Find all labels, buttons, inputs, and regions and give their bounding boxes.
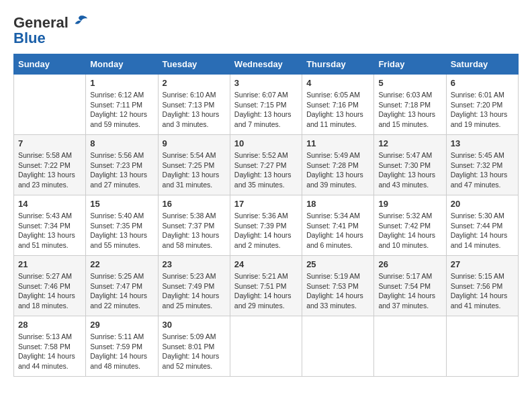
day-number: 26 bbox=[378, 259, 441, 269]
day-number: 19 bbox=[378, 199, 441, 209]
day-number: 17 bbox=[234, 199, 298, 209]
day-cell: 27Sunrise: 5:15 AMSunset: 7:56 PMDayligh… bbox=[446, 256, 518, 316]
day-cell: 9Sunrise: 5:54 AMSunset: 7:25 PMDaylight… bbox=[158, 135, 230, 195]
day-cell: 16Sunrise: 5:38 AMSunset: 7:37 PMDayligh… bbox=[158, 195, 230, 256]
day-number: 6 bbox=[451, 78, 514, 88]
day-info: Sunrise: 6:10 AMSunset: 7:13 PMDaylight:… bbox=[163, 90, 226, 130]
day-number: 25 bbox=[306, 259, 369, 269]
day-cell: 22Sunrise: 5:25 AMSunset: 7:47 PMDayligh… bbox=[86, 256, 158, 316]
day-cell bbox=[446, 316, 518, 377]
day-cell: 7Sunrise: 5:58 AMSunset: 7:22 PMDaylight… bbox=[14, 135, 86, 195]
day-number: 10 bbox=[234, 138, 298, 148]
day-info: Sunrise: 5:34 AMSunset: 7:41 PMDaylight:… bbox=[306, 211, 369, 250]
day-cell: 30Sunrise: 5:09 AMSunset: 8:01 PMDayligh… bbox=[158, 316, 230, 377]
day-cell: 11Sunrise: 5:49 AMSunset: 7:28 PMDayligh… bbox=[302, 135, 374, 195]
day-info: Sunrise: 5:40 AMSunset: 7:35 PMDaylight:… bbox=[90, 211, 153, 250]
day-number: 27 bbox=[451, 259, 514, 269]
logo-blue-text: Blue bbox=[13, 30, 46, 46]
day-info: Sunrise: 5:36 AMSunset: 7:39 PMDaylight:… bbox=[234, 211, 298, 250]
week-row-1: 1Sunrise: 6:12 AMSunset: 7:11 PMDaylight… bbox=[14, 75, 519, 135]
day-number: 9 bbox=[163, 138, 226, 148]
day-cell: 4Sunrise: 6:05 AMSunset: 7:16 PMDaylight… bbox=[302, 75, 374, 135]
day-number: 2 bbox=[163, 78, 226, 88]
day-info: Sunrise: 5:47 AMSunset: 7:30 PMDaylight:… bbox=[378, 150, 441, 190]
logo-general: General bbox=[13, 14, 69, 31]
day-info: Sunrise: 5:23 AMSunset: 7:49 PMDaylight:… bbox=[163, 271, 226, 311]
day-cell: 19Sunrise: 5:32 AMSunset: 7:42 PMDayligh… bbox=[374, 195, 446, 256]
week-row-2: 7Sunrise: 5:58 AMSunset: 7:22 PMDaylight… bbox=[14, 135, 519, 195]
day-info: Sunrise: 5:25 AMSunset: 7:47 PMDaylight:… bbox=[90, 271, 153, 311]
day-info: Sunrise: 5:52 AMSunset: 7:27 PMDaylight:… bbox=[234, 150, 298, 190]
day-cell: 8Sunrise: 5:56 AMSunset: 7:23 PMDaylight… bbox=[86, 135, 158, 195]
logo-text: General Blue bbox=[13, 13, 89, 47]
day-cell: 17Sunrise: 5:36 AMSunset: 7:39 PMDayligh… bbox=[230, 195, 302, 256]
day-info: Sunrise: 5:38 AMSunset: 7:37 PMDaylight:… bbox=[163, 211, 226, 250]
day-number: 16 bbox=[163, 199, 226, 209]
day-info: Sunrise: 5:27 AMSunset: 7:46 PMDaylight:… bbox=[18, 271, 81, 311]
header-day-monday: Monday bbox=[86, 54, 158, 75]
day-cell: 25Sunrise: 5:19 AMSunset: 7:53 PMDayligh… bbox=[302, 256, 374, 316]
day-cell: 2Sunrise: 6:10 AMSunset: 7:13 PMDaylight… bbox=[158, 75, 230, 135]
day-cell: 23Sunrise: 5:23 AMSunset: 7:49 PMDayligh… bbox=[158, 256, 230, 316]
day-info: Sunrise: 5:19 AMSunset: 7:53 PMDaylight:… bbox=[306, 271, 369, 311]
day-info: Sunrise: 5:17 AMSunset: 7:54 PMDaylight:… bbox=[378, 271, 441, 311]
day-info: Sunrise: 5:45 AMSunset: 7:32 PMDaylight:… bbox=[451, 150, 514, 190]
header-day-wednesday: Wednesday bbox=[230, 54, 302, 75]
logo-bird-icon bbox=[70, 13, 89, 32]
day-number: 14 bbox=[18, 199, 81, 209]
day-info: Sunrise: 6:05 AMSunset: 7:16 PMDaylight:… bbox=[306, 90, 369, 130]
day-cell bbox=[374, 316, 446, 377]
day-cell: 13Sunrise: 5:45 AMSunset: 7:32 PMDayligh… bbox=[446, 135, 518, 195]
header-row: SundayMondayTuesdayWednesdayThursdayFrid… bbox=[14, 54, 519, 75]
day-cell: 14Sunrise: 5:43 AMSunset: 7:34 PMDayligh… bbox=[14, 195, 86, 256]
day-cell: 1Sunrise: 6:12 AMSunset: 7:11 PMDaylight… bbox=[86, 75, 158, 135]
day-info: Sunrise: 5:15 AMSunset: 7:56 PMDaylight:… bbox=[451, 271, 514, 311]
day-info: Sunrise: 5:11 AMSunset: 7:59 PMDaylight:… bbox=[90, 332, 153, 371]
week-row-4: 21Sunrise: 5:27 AMSunset: 7:46 PMDayligh… bbox=[14, 256, 519, 316]
header-day-sunday: Sunday bbox=[14, 54, 86, 75]
day-info: Sunrise: 6:01 AMSunset: 7:20 PMDaylight:… bbox=[451, 90, 514, 130]
day-cell: 28Sunrise: 5:13 AMSunset: 7:58 PMDayligh… bbox=[14, 316, 86, 377]
day-info: Sunrise: 5:56 AMSunset: 7:23 PMDaylight:… bbox=[90, 150, 153, 190]
header-day-thursday: Thursday bbox=[302, 54, 374, 75]
day-info: Sunrise: 5:32 AMSunset: 7:42 PMDaylight:… bbox=[378, 211, 441, 250]
logo: General Blue bbox=[13, 13, 89, 47]
day-number: 5 bbox=[378, 78, 441, 88]
header-day-friday: Friday bbox=[374, 54, 446, 75]
day-info: Sunrise: 5:13 AMSunset: 7:58 PMDaylight:… bbox=[18, 332, 81, 371]
day-number: 18 bbox=[306, 199, 369, 209]
day-cell: 5Sunrise: 6:03 AMSunset: 7:18 PMDaylight… bbox=[374, 75, 446, 135]
day-info: Sunrise: 5:54 AMSunset: 7:25 PMDaylight:… bbox=[163, 150, 226, 190]
day-number: 22 bbox=[90, 259, 153, 269]
day-number: 28 bbox=[18, 320, 81, 330]
day-info: Sunrise: 6:03 AMSunset: 7:18 PMDaylight:… bbox=[378, 90, 441, 130]
header-day-saturday: Saturday bbox=[446, 54, 518, 75]
day-number: 8 bbox=[90, 138, 153, 148]
day-cell: 24Sunrise: 5:21 AMSunset: 7:51 PMDayligh… bbox=[230, 256, 302, 316]
day-number: 7 bbox=[18, 138, 81, 148]
day-cell bbox=[14, 75, 86, 135]
day-cell: 20Sunrise: 5:30 AMSunset: 7:44 PMDayligh… bbox=[446, 195, 518, 256]
day-number: 29 bbox=[90, 320, 153, 330]
day-cell bbox=[302, 316, 374, 377]
week-row-5: 28Sunrise: 5:13 AMSunset: 7:58 PMDayligh… bbox=[14, 316, 519, 377]
day-cell: 12Sunrise: 5:47 AMSunset: 7:30 PMDayligh… bbox=[374, 135, 446, 195]
day-number: 3 bbox=[234, 78, 298, 88]
day-info: Sunrise: 5:49 AMSunset: 7:28 PMDaylight:… bbox=[306, 150, 369, 190]
page-header: General Blue bbox=[13, 13, 519, 47]
day-info: Sunrise: 5:58 AMSunset: 7:22 PMDaylight:… bbox=[18, 150, 81, 190]
day-number: 15 bbox=[90, 199, 153, 209]
day-cell: 26Sunrise: 5:17 AMSunset: 7:54 PMDayligh… bbox=[374, 256, 446, 316]
day-info: Sunrise: 5:21 AMSunset: 7:51 PMDaylight:… bbox=[234, 271, 298, 311]
day-info: Sunrise: 6:07 AMSunset: 7:15 PMDaylight:… bbox=[234, 90, 298, 130]
day-cell bbox=[230, 316, 302, 377]
day-number: 11 bbox=[306, 138, 369, 148]
day-info: Sunrise: 5:30 AMSunset: 7:44 PMDaylight:… bbox=[451, 211, 514, 250]
day-number: 4 bbox=[306, 78, 369, 88]
week-row-3: 14Sunrise: 5:43 AMSunset: 7:34 PMDayligh… bbox=[14, 195, 519, 256]
calendar-table: SundayMondayTuesdayWednesdayThursdayFrid… bbox=[13, 54, 519, 377]
day-info: Sunrise: 5:09 AMSunset: 8:01 PMDaylight:… bbox=[163, 332, 226, 371]
day-cell: 21Sunrise: 5:27 AMSunset: 7:46 PMDayligh… bbox=[14, 256, 86, 316]
day-number: 13 bbox=[451, 138, 514, 148]
day-number: 21 bbox=[18, 259, 81, 269]
